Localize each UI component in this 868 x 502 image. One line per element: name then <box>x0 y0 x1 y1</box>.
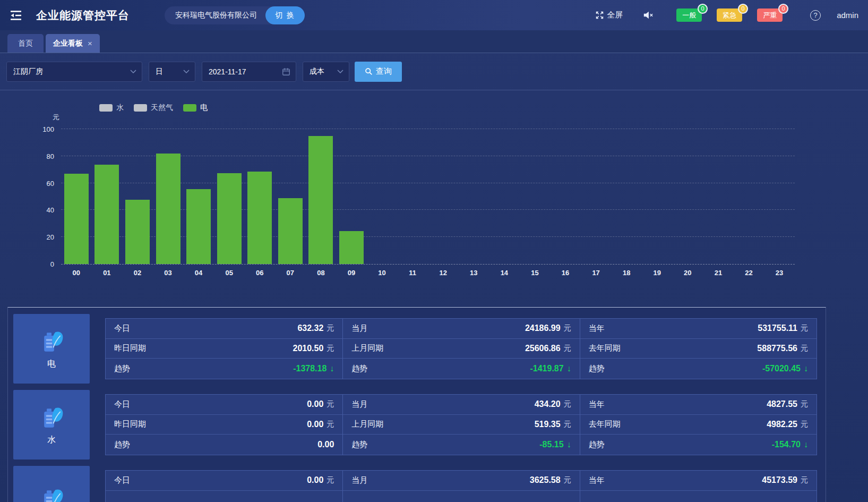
arrow-down-icon: ↓ <box>804 440 808 449</box>
stats-row: 当月24186.99元 <box>343 319 579 339</box>
stat-value: 0.00 <box>307 475 323 485</box>
query-button-label: 查询 <box>376 66 392 76</box>
stat-label: 当年 <box>589 399 605 410</box>
stat-value: 4827.55 <box>767 399 797 409</box>
stat-value: -57020.45 <box>762 364 801 373</box>
app-header: 企业能源管控平台 安科瑞电气股份有限公司 切 换 全屏 一般0紧急0严 <box>0 0 868 30</box>
close-icon[interactable]: × <box>88 39 92 48</box>
x-axis-tick: 18 <box>623 269 630 277</box>
stat-value: 434.20 <box>535 399 561 409</box>
mute-button[interactable] <box>643 11 656 20</box>
stat-label: 今日 <box>114 399 130 410</box>
x-axis-tick: 17 <box>592 269 599 277</box>
tab-label: 首页 <box>18 39 33 48</box>
stats-row: 去年同期588775.56元 <box>580 339 817 359</box>
legend-item-天然气[interactable]: 天然气 <box>134 103 173 113</box>
menu-fold-icon[interactable] <box>10 10 22 21</box>
stat-label: 趋势 <box>351 364 367 374</box>
chart-slot-00: 00 <box>61 129 92 264</box>
arrow-down-icon: ↓ <box>804 364 808 373</box>
stat-unit: 元 <box>326 420 334 429</box>
energy-card-label: 电 <box>47 359 56 370</box>
alarm-button-1[interactable]: 一般0 <box>676 8 702 22</box>
stat-unit: 元 <box>326 324 334 333</box>
energy-block-1: 电今日632.32元昨日同期2010.50元趋势-1378.18↓当月24186… <box>8 314 826 384</box>
x-axis-tick: 08 <box>317 269 324 277</box>
stat-value-wrap: -85.15↓ <box>539 440 571 449</box>
stats-group-2: 当月24186.99元上月同期25606.86元趋势-1419.87↓ <box>342 319 579 379</box>
stat-unit: 元 <box>801 475 808 485</box>
x-axis-tick: 02 <box>134 269 141 277</box>
y-axis-tick: 20 <box>32 233 54 241</box>
stat-value-wrap: 0.00 <box>317 440 334 449</box>
y-axis-tick: 100 <box>32 125 54 133</box>
legend-label: 电 <box>200 103 208 113</box>
date-picker[interactable]: 2021-11-17 <box>202 62 296 82</box>
stat-value-wrap: 25606.86元 <box>525 344 571 353</box>
stat-label: 去年同期 <box>589 419 621 429</box>
alarm-button-3[interactable]: 严重0 <box>757 8 783 22</box>
stat-value-wrap: 45173.59元 <box>762 475 808 485</box>
stat-value-wrap: 588775.56元 <box>757 344 808 353</box>
chevron-down-icon <box>337 70 343 73</box>
energy-card-label: 水 <box>47 435 56 446</box>
stat-value: 531755.11 <box>758 324 797 333</box>
stats-group-1: 今日0.00元 <box>106 471 342 502</box>
y-axis-tick: 0 <box>32 260 54 268</box>
chart-slot-03: 03 <box>153 129 184 264</box>
stats-row: 当年531755.11元 <box>580 319 817 339</box>
x-axis-tick: 04 <box>195 269 202 277</box>
x-axis-tick: 00 <box>73 269 80 277</box>
energy-summary-panel: 电今日632.32元昨日同期2010.50元趋势-1378.18↓当月24186… <box>7 307 826 502</box>
stat-value: 24186.99 <box>525 324 561 333</box>
period-select[interactable]: 日 <box>149 62 195 82</box>
stat-unit: 元 <box>326 475 334 485</box>
chart-slot-19: 19 <box>642 129 673 264</box>
stats-row: 当年45173.59元 <box>580 471 817 491</box>
switch-company-button[interactable]: 切 换 <box>265 6 305 24</box>
fullscreen-icon <box>595 11 604 20</box>
calendar-icon <box>282 67 290 76</box>
stat-value: 3625.58 <box>530 475 561 485</box>
chart-slot-05: 05 <box>214 129 245 264</box>
site-select[interactable]: 江阴厂房 <box>6 62 142 82</box>
stat-value: -85.15 <box>539 440 563 449</box>
chart-slot-23: 23 <box>764 129 795 264</box>
stat-value: 0.00 <box>307 399 323 409</box>
bar-04 <box>186 189 211 264</box>
stats-group-3: 当年4827.55元去年同期4982.25元趋势-154.70↓ <box>580 395 817 455</box>
stat-unit: 元 <box>801 399 808 409</box>
stat-label: 昨日同期 <box>114 343 146 353</box>
x-axis-tick: 14 <box>501 269 508 277</box>
tab-2[interactable]: 企业看板× <box>46 34 100 53</box>
stats-row: 去年同期4982.25元 <box>580 415 817 435</box>
stat-value: 588775.56 <box>757 344 797 353</box>
stat-value-wrap: -57020.45↓ <box>762 364 808 373</box>
legend-item-水[interactable]: 水 <box>99 103 124 113</box>
page-title: 企业能源管控平台 <box>36 8 130 23</box>
stat-label: 今日 <box>114 475 130 486</box>
metric-select[interactable]: 成本 <box>303 62 349 82</box>
fullscreen-button[interactable]: 全屏 <box>595 10 623 20</box>
bar-07 <box>278 198 303 264</box>
chart-slot-07: 07 <box>275 129 306 264</box>
stat-value-wrap: 519.35元 <box>535 420 571 429</box>
stat-value-wrap: -154.70↓ <box>772 440 808 449</box>
bar-05 <box>217 173 242 264</box>
stat-value: 0.00 <box>317 440 334 449</box>
stat-label: 昨日同期 <box>114 419 146 429</box>
stats-row: 当月434.20元 <box>343 395 579 415</box>
chart-slot-22: 22 <box>734 129 764 264</box>
query-button[interactable]: 查询 <box>355 62 402 82</box>
help-button[interactable]: ? <box>810 10 821 21</box>
stat-unit: 元 <box>326 344 334 353</box>
stat-label: 今日 <box>114 324 130 334</box>
user-menu[interactable]: admin <box>837 11 858 20</box>
tab-1[interactable]: 首页 <box>7 34 44 53</box>
y-axis-tick: 40 <box>32 206 54 214</box>
legend-item-电[interactable]: 电 <box>183 103 208 113</box>
energy-card-3 <box>13 466 90 502</box>
alarm-button-2[interactable]: 紧急0 <box>717 8 742 22</box>
stat-unit: 元 <box>564 399 571 409</box>
y-axis-unit: 元 <box>53 113 59 122</box>
